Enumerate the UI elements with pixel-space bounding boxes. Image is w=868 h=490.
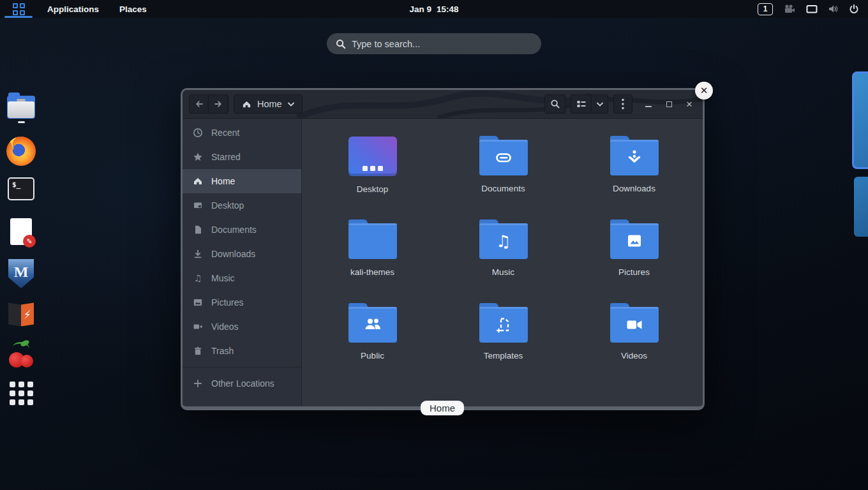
folder-icon (348, 223, 397, 259)
emblem-people-icon (363, 316, 383, 334)
folder-name: Public (361, 351, 384, 360)
running-indicator (18, 121, 25, 123)
folder-item-downloads[interactable]: Downloads (569, 135, 700, 219)
sidebar-item-trash[interactable]: Trash (183, 339, 301, 363)
cherrytree-icon (6, 341, 36, 370)
plus-icon (193, 378, 203, 389)
view-toggle-button[interactable] (571, 94, 592, 114)
folder-icon (348, 307, 397, 343)
folder-item-templates[interactable]: Templates (438, 302, 569, 386)
sidebar-item-home[interactable]: Home (183, 169, 301, 193)
display-icon[interactable] (806, 4, 818, 14)
sidebar-item-pictures[interactable]: Pictures (183, 290, 301, 315)
dock-item-terminal[interactable]: $_ (6, 177, 36, 208)
sidebar-item-label: Pictures (211, 297, 244, 308)
folder-icon: ♫ (479, 223, 528, 259)
sidebar-item-music[interactable]: ♫Music (183, 266, 301, 290)
folder-item-videos[interactable]: Videos (569, 302, 700, 386)
folder-name: Music (492, 267, 514, 277)
emblem-paperclip-icon (494, 148, 513, 167)
workspace-indicator[interactable]: 1 (758, 3, 773, 15)
search-toggle-button[interactable] (544, 94, 565, 114)
dock-item-app-grid[interactable] (6, 382, 36, 412)
menu-kebab-button[interactable] (613, 94, 632, 114)
folder-item-public[interactable]: Public (307, 302, 438, 386)
app-grid-icon (10, 382, 33, 405)
menu-places[interactable]: Places (109, 0, 157, 18)
image-icon (193, 297, 203, 308)
window-close-button[interactable]: ✕ (682, 97, 696, 111)
desktop-icon (348, 137, 397, 176)
emblem-download-icon (625, 148, 644, 167)
emblem-music-icon: ♫ (496, 233, 511, 249)
sidebar-item-starred[interactable]: Starred (183, 145, 301, 169)
path-bar-button[interactable]: Home (234, 94, 303, 114)
sidebar-item-label: Recent (211, 128, 239, 138)
sidebar-item-label: Trash (211, 346, 234, 356)
sidebar-item-desktop[interactable]: Desktop (183, 193, 301, 218)
file-browser-content[interactable]: DesktopDocumentsDownloadskali-themes♫Mus… (302, 119, 703, 406)
folder-item-pictures[interactable]: Pictures (569, 219, 700, 302)
folder-name: Pictures (618, 267, 650, 277)
dock-item-burpsuite[interactable]: ⚡ (6, 300, 36, 330)
dock-item-metasploit[interactable]: M (6, 259, 36, 290)
back-button[interactable] (189, 94, 209, 114)
text-editor-icon: ✎ (10, 218, 32, 245)
burpsuite-icon: ⚡ (7, 300, 35, 328)
dock-item-files[interactable] (6, 96, 36, 126)
maximize-button[interactable] (662, 97, 676, 111)
folder-item-documents[interactable]: Documents (438, 135, 569, 219)
activities-button[interactable] (0, 0, 37, 18)
screen-record-icon[interactable] (783, 4, 796, 14)
sidebar-item-videos[interactable]: Videos (183, 315, 301, 339)
activities-grid-icon (13, 3, 25, 15)
search-input[interactable] (352, 39, 532, 49)
home-icon (193, 176, 203, 186)
path-label: Home (257, 99, 282, 109)
sidebar-item-label: Desktop (211, 200, 244, 211)
dock-item-firefox[interactable] (6, 137, 36, 167)
terminal-icon: $_ (8, 177, 34, 200)
overview-search-bar[interactable] (327, 33, 541, 54)
folder-name: Documents (481, 184, 525, 193)
sidebar-item-downloads[interactable]: Downloads (183, 242, 301, 266)
minimize-button[interactable] (641, 97, 655, 111)
power-icon[interactable] (849, 4, 859, 14)
folder-item-desktop[interactable]: Desktop (307, 135, 438, 219)
workspace-thumbnail-2[interactable] (854, 177, 868, 237)
sidebar-item-label: Other Locations (211, 378, 274, 389)
dock-item-text-editor[interactable]: ✎ (6, 218, 36, 249)
star-icon (193, 152, 203, 162)
list-view-icon (576, 99, 587, 109)
emblem-camera-icon (624, 316, 645, 333)
sidebar-item-documents[interactable]: Documents (183, 218, 301, 242)
sidebar-separator (183, 367, 301, 368)
folder-name: Downloads (613, 184, 655, 193)
top-bar: ApplicationsPlaces Jan 915:48 1 (0, 0, 868, 18)
sidebar-item-other-locations[interactable]: Other Locations (183, 371, 301, 396)
folder-name: kali-themes (350, 267, 394, 277)
clock-date: Jan 9 (409, 4, 431, 14)
folder-item-kali-themes[interactable]: kali-themes (307, 219, 438, 302)
clock-button[interactable]: Jan 915:48 (409, 0, 458, 18)
folder-icon (610, 223, 659, 259)
folder-name: Desktop (357, 184, 389, 194)
sidebar-item-recent[interactable]: Recent (183, 121, 301, 145)
overview-close-window-button[interactable]: ✕ (695, 82, 713, 100)
window-titlebar[interactable]: Home ✕ (183, 90, 703, 119)
forward-button[interactable] (209, 94, 228, 114)
sidebar-item-label: Videos (211, 322, 239, 332)
folder-item-music[interactable]: ♫Music (438, 219, 569, 302)
files-window: Home ✕ RecentStarredHomeDesktopDocum (181, 88, 705, 410)
download-icon (193, 249, 203, 259)
volume-icon[interactable] (828, 4, 839, 14)
folder-icon (479, 307, 528, 343)
places-sidebar: RecentStarredHomeDesktopDocumentsDownloa… (183, 119, 302, 406)
menu-applications[interactable]: Applications (37, 0, 109, 18)
folder-icon (479, 140, 528, 175)
dock-item-cherrytree[interactable] (6, 341, 36, 371)
folder-icon (610, 140, 659, 175)
workspace-thumbnail-active[interactable] (852, 71, 868, 169)
view-options-dropdown[interactable] (592, 94, 608, 114)
overview-window-title: Home (421, 401, 464, 415)
